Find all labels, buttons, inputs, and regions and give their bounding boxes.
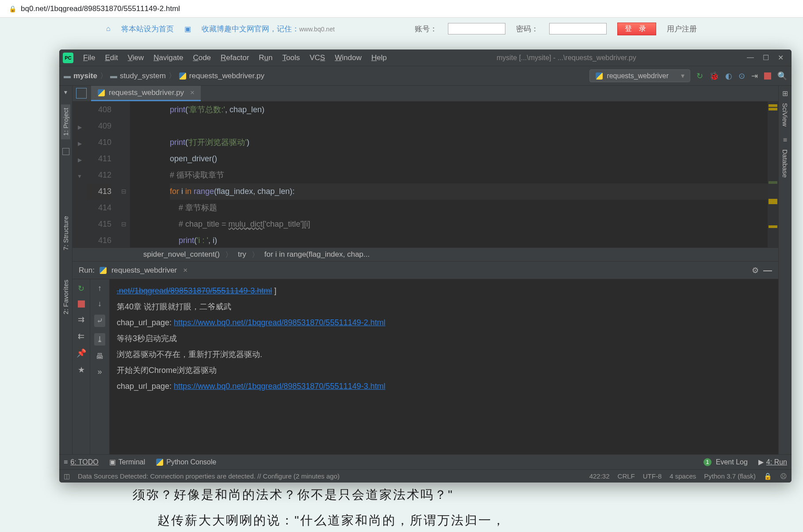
code-content[interactable]: print('章节总数:', chap_len) print('打开浏览器驱动'… — [130, 102, 768, 247]
lock-icon[interactable]: 🔒 — [764, 472, 772, 480]
close-icon[interactable]: × — [183, 266, 187, 275]
favorites-tool-tab[interactable]: 2: Favorites — [61, 276, 70, 318]
right-tool-strip: ⊞ SciView ≡ Database — [778, 86, 792, 454]
stop-icon[interactable] — [78, 300, 85, 308]
event-log-tab[interactable]: 1Event Log — [704, 458, 748, 466]
menu-vcs[interactable]: VCS — [306, 52, 329, 64]
run-tools-secondary: ↑ ↓ ⤶ ⤓ 🖶 » — [90, 279, 110, 454]
tool-icon[interactable] — [62, 148, 69, 155]
terminal-tab[interactable]: ▣ Terminal — [109, 458, 145, 466]
menu-edit[interactable]: Edit — [101, 52, 121, 64]
menu-refactor[interactable]: Refactor — [217, 52, 252, 64]
run-icon[interactable]: ↻ — [696, 71, 703, 81]
code-editor[interactable]: ▶▶▶▼ 408409410411412413414415416 ⊟⊟ prin… — [73, 102, 778, 247]
coverage-icon[interactable]: ◐ — [725, 71, 732, 81]
line-ending[interactable]: CRLF — [618, 472, 635, 480]
pin-icon[interactable]: 📌 — [76, 348, 86, 358]
menu-tools[interactable]: Tools — [279, 52, 304, 64]
menu-run[interactable]: Run — [255, 52, 276, 64]
close-tab-icon[interactable]: × — [190, 88, 195, 97]
status-message[interactable]: Data Sources Detected: Connection proper… — [78, 472, 340, 480]
menu-code[interactable]: Code — [189, 52, 214, 64]
breadcrumb-root[interactable]: mysite — [73, 72, 97, 80]
profile-icon[interactable]: ⊙ — [738, 71, 745, 81]
account-input[interactable] — [448, 23, 505, 34]
breadcrumb-pkg[interactable]: study_system — [120, 72, 166, 80]
python-icon — [97, 89, 105, 97]
down-icon[interactable]: ↓ — [98, 299, 102, 308]
todo-tab[interactable]: ≡ 6: TODO — [64, 458, 99, 466]
menubar: File Edit View Navigate Code Refactor Ru… — [80, 52, 390, 64]
minimize-panel-icon[interactable]: — — [763, 265, 772, 275]
breadcrumb: ▬ mysite 〉 ▬ study_system 〉 requests_web… — [64, 71, 264, 81]
structure-tool-tab[interactable]: 7: Structure — [61, 213, 70, 254]
menu-view[interactable]: View — [124, 52, 148, 64]
hector-icon[interactable]: ☹ — [780, 472, 787, 480]
editor-tabs: requests_webdriver.py × — [73, 86, 778, 102]
crumb-item[interactable]: try — [238, 250, 246, 259]
code-breadcrumb: spider_novel_content() 〉 try 〉 for i in … — [73, 247, 778, 262]
article-body: 须弥？好像是和尚的法术？你不是只会道家法术吗？" 赵传薪大大咧咧的说："什么道家… — [133, 484, 670, 532]
bottom-tool-tabs: ≡ 6: TODO ▣ Terminal Python Console 1Eve… — [59, 454, 792, 469]
database-icon[interactable]: ≡ — [783, 136, 787, 144]
chevron-down-icon[interactable]: ▼ — [63, 89, 69, 95]
browser-address-bar: 🔒 bq0.net//1bqgread/898531870/55511149-2… — [0, 0, 803, 18]
crumb-item[interactable]: for i in range(flag_index, chap... — [264, 250, 370, 259]
gear-icon[interactable]: ⚙ — [752, 266, 759, 275]
line-gutter: 408409410411412413414415416 — [87, 102, 118, 247]
scroll-icon[interactable]: ⤓ — [94, 333, 105, 346]
project-view-icon[interactable] — [76, 88, 87, 99]
debug-icon[interactable]: 🐞 — [709, 71, 719, 81]
run-tab[interactable]: ▶ 4: Run — [758, 458, 787, 466]
menu-navigate[interactable]: Navigate — [150, 52, 187, 64]
encoding[interactable]: UTF-8 — [643, 472, 662, 480]
maximize-button[interactable]: ☐ — [763, 53, 769, 62]
marker-bar[interactable] — [768, 102, 778, 247]
menu-help[interactable]: Help — [368, 52, 390, 64]
python-console-tab[interactable]: Python Console — [156, 458, 216, 466]
login-button[interactable]: 登 录 — [617, 23, 656, 35]
more-icon[interactable]: » — [97, 367, 102, 376]
register-link[interactable]: 用户注册 — [667, 24, 697, 34]
layout-icon[interactable]: ⇇ — [78, 331, 84, 341]
bookmark-link[interactable]: 收藏博趣中文网官网，记住：www.bq0.net — [202, 24, 335, 34]
set-homepage-link[interactable]: 将本站设为首页 — [121, 24, 174, 34]
layout-icon[interactable]: ⇉ — [78, 315, 84, 324]
pycharm-window: PC File Edit View Navigate Code Refactor… — [59, 49, 792, 483]
print-icon[interactable]: 🖶 — [96, 352, 104, 361]
python-icon — [156, 458, 164, 466]
pycharm-icon: PC — [63, 53, 73, 63]
breadcrumb-file[interactable]: requests_webdriver.py — [189, 72, 264, 80]
search-icon[interactable]: 🔍 — [777, 71, 787, 81]
site-header: ⌂ 将本站设为首页 ▣ 收藏博趣中文网官网，记住：www.bq0.net 账号：… — [0, 18, 803, 40]
attach-icon[interactable]: ⇥ — [751, 71, 758, 81]
menu-file[interactable]: File — [80, 52, 99, 64]
editor-tab[interactable]: requests_webdriver.py × — [91, 86, 201, 101]
up-icon[interactable]: ↑ — [98, 284, 102, 293]
titlebar: PC File Edit View Navigate Code Refactor… — [59, 49, 792, 66]
password-input[interactable] — [549, 23, 607, 34]
sciview-tool-tab[interactable]: SciView — [780, 99, 790, 130]
console-output[interactable]: .net//1bqgread/898531870/55511149-3.html… — [110, 279, 778, 454]
stop-icon[interactable] — [764, 72, 771, 80]
close-button[interactable]: ✕ — [778, 53, 784, 62]
folder-icon: ▬ — [110, 72, 117, 80]
caret-position[interactable]: 422:32 — [589, 472, 610, 480]
indent[interactable]: 4 spaces — [669, 472, 696, 480]
crumb-item[interactable]: spider_novel_content() — [143, 250, 220, 259]
url-text[interactable]: bq0.net//1bqgread/898531870/55511149-2.h… — [21, 4, 794, 13]
grid-icon[interactable]: ⊞ — [782, 89, 788, 98]
project-tool-tab[interactable]: 1: Project — [61, 104, 70, 139]
run-config-selector[interactable]: requests_webdriver ▾ — [589, 69, 690, 82]
minimize-button[interactable]: — — [747, 53, 754, 62]
status-bar: ◫ Data Sources Detected: Connection prop… — [59, 469, 792, 483]
rerun-icon[interactable]: ↻ — [78, 284, 84, 293]
database-tool-tab[interactable]: Database — [780, 146, 790, 181]
interpreter[interactable]: Python 3.7 (flask) — [704, 472, 756, 480]
status-icon[interactable]: ◫ — [64, 472, 70, 480]
star-icon[interactable]: ★ — [78, 365, 85, 375]
account-label: 账号： — [415, 24, 437, 34]
menu-window[interactable]: Window — [331, 52, 365, 64]
wrap-icon[interactable]: ⤶ — [94, 315, 105, 327]
chevron-down-icon: ▾ — [681, 72, 684, 80]
